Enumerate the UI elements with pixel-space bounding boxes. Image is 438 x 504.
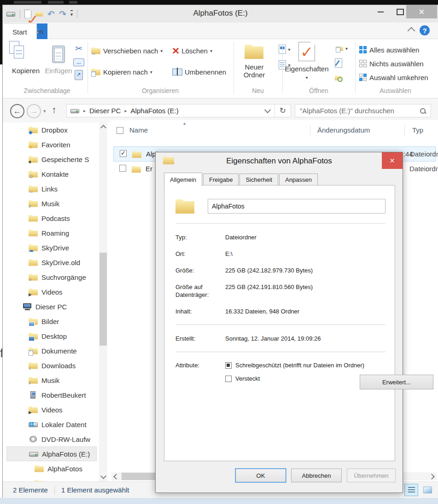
select-none-button[interactable]: Nichts auswählen	[359, 58, 424, 70]
sidebar-item[interactable]: Dokumente	[6, 343, 97, 358]
sidebar-scrollbar[interactable]	[99, 122, 107, 481]
select-all-checkbox[interactable]	[117, 127, 123, 134]
ok-button[interactable]: OK	[235, 469, 286, 482]
sidebar-item[interactable]: RobertBeukert	[6, 388, 97, 402]
scrollbar-thumb[interactable]	[99, 253, 107, 346]
property-label: Ort:	[175, 250, 225, 258]
edit-button[interactable]	[333, 58, 345, 69]
sidebar-item-label: SkyDrive	[41, 244, 69, 252]
paste-button[interactable]: Einfügen	[43, 41, 74, 85]
open-button[interactable]: ▾	[333, 43, 351, 54]
address-bar[interactable]: ▸ Dieser PC ▸ AlphaFotos (E:) ↻	[66, 104, 291, 117]
search-icon[interactable]	[420, 108, 426, 114]
properties-button[interactable]: Eigenschaften ▾	[285, 41, 329, 85]
sidebar-item[interactable]: Suchvorgänge	[6, 270, 97, 284]
move-to-button[interactable]: Verschieben nach ▾	[91, 45, 163, 57]
scroll-up-icon[interactable]	[100, 125, 106, 131]
cut-button[interactable]: ✂	[73, 43, 85, 54]
sidebar-item[interactable]: Links	[6, 181, 97, 196]
new-folder-button[interactable]: Neuer Ordner	[236, 41, 272, 85]
dialog-tab[interactable]: Sicherheit	[239, 174, 278, 185]
help-button[interactable]: ?	[420, 25, 430, 35]
advanced-button[interactable]: Erweitert...	[360, 375, 433, 389]
column-header-name[interactable]: Name	[129, 126, 148, 134]
file-type: Dateiordner	[409, 165, 438, 173]
sidebar-item[interactable]: SkyDrive.old	[6, 255, 97, 270]
copy-path-button[interactable]: …	[73, 57, 85, 68]
delete-button[interactable]: × Löschen ▾	[172, 45, 212, 57]
column-header-date[interactable]: Änderungsdatum	[317, 126, 370, 134]
group-label-organize: Organisieren	[91, 87, 229, 94]
titlebar[interactable]: ↶ ↷ ▾ AlphaFotos (E:) ×	[3, 5, 438, 23]
sidebar-item[interactable]: AlphaFotos	[6, 461, 97, 476]
breadcrumb-alphafotos[interactable]: AlphaFotos (E:)	[130, 107, 178, 115]
sidebar-item[interactable]: Dieser PC	[6, 299, 97, 314]
thumbnail-view-button[interactable]	[420, 484, 434, 496]
rename-button[interactable]: Umbenennen	[172, 66, 226, 78]
dialog-titlebar[interactable]: Eigenschaften von AlphaFotos ×	[156, 152, 403, 170]
sidebar-item-label: SkyDrive.old	[41, 259, 80, 266]
sidebar-item[interactable]: Podcasts	[6, 211, 97, 226]
sidebar-item[interactable]: Videos	[6, 402, 97, 417]
scroll-left-icon[interactable]	[113, 474, 119, 480]
sidebar-item[interactable]: Kontakte	[6, 167, 97, 181]
dialog-close-button[interactable]: ×	[382, 152, 403, 169]
sidebar-item[interactable]: Dropbox	[6, 122, 97, 137]
folder-name-input[interactable]	[208, 199, 385, 214]
apply-button[interactable]: Übernehmen	[347, 469, 396, 482]
sidebar-item[interactable]: Musik	[6, 196, 97, 211]
sidebar-item-icon	[29, 391, 38, 399]
minimize-button[interactable]	[371, 5, 390, 18]
dialog-tab[interactable]: Allgemein	[164, 173, 202, 186]
scroll-down-icon[interactable]	[100, 473, 106, 479]
rename-icon	[172, 69, 182, 75]
refresh-icon[interactable]: ↻	[275, 106, 291, 116]
sidebar-item[interactable]: Desktop	[6, 329, 97, 343]
readonly-checkbox[interactable]	[225, 362, 232, 369]
sidebar-item[interactable]: Gespeicherte S	[6, 152, 97, 167]
property-label: Typ:	[175, 233, 225, 241]
details-view-button[interactable]	[404, 484, 418, 496]
sidebar-item[interactable]	[6, 476, 97, 481]
sidebar-item[interactable]: Downloads	[6, 358, 97, 373]
forward-button[interactable]: →	[27, 104, 41, 118]
dialog-tab[interactable]: Freigabe	[203, 174, 239, 185]
properties-icon	[298, 42, 315, 61]
paste-shortcut-button[interactable]	[73, 70, 85, 81]
dialog-tab[interactable]: Anpassen	[279, 174, 318, 185]
sidebar-item[interactable]: SkyDrive	[6, 240, 97, 255]
history-button[interactable]	[333, 72, 345, 83]
column-divider[interactable]	[404, 125, 405, 137]
sidebar-item[interactable]: Musik	[6, 373, 97, 388]
collapse-ribbon-icon[interactable]	[408, 27, 415, 35]
row-checkbox[interactable]: ✓	[120, 150, 127, 157]
sidebar-item[interactable]: Bilder	[6, 314, 97, 329]
address-dropdown-icon[interactable]	[264, 107, 271, 113]
sidebar-item[interactable]: Lokaler Datent	[6, 417, 97, 432]
select-all-button[interactable]: Alles auswählen	[359, 44, 419, 56]
row-checkbox[interactable]	[119, 165, 126, 172]
sidebar-item[interactable]: Videos	[6, 284, 97, 299]
sidebar-item[interactable]: DVD-RW-Laufw	[6, 432, 97, 446]
search-input[interactable]: "AlphaFotos (E:)" durchsuchen	[295, 104, 431, 117]
up-icon[interactable]: ↑	[52, 104, 57, 116]
cancel-button[interactable]: Abbrechen	[291, 469, 342, 482]
sidebar-item[interactable]: Favoriten	[6, 137, 97, 152]
sidebar-item[interactable]: AlphaFotos (E:)	[6, 446, 97, 461]
hidden-checkbox[interactable]	[225, 376, 232, 382]
close-button[interactable]: ×	[406, 5, 437, 18]
sidebar-item-icon	[29, 362, 38, 370]
advanced-label: Erweitert...	[382, 379, 411, 386]
column-divider[interactable]	[310, 125, 310, 137]
copy-to-button[interactable]: Kopieren nach ▾	[91, 66, 152, 78]
copy-button[interactable]: Kopieren	[9, 41, 42, 85]
recent-locations-icon[interactable]: ▾	[43, 108, 46, 114]
sidebar-item-label: Videos	[41, 406, 63, 414]
column-header-type[interactable]: Typ	[412, 126, 423, 134]
breadcrumb-dieser-pc[interactable]: Dieser PC	[89, 107, 121, 115]
scroll-right-icon[interactable]	[429, 474, 435, 480]
invert-selection-button[interactable]: Auswahl umkehren	[359, 71, 428, 83]
sidebar-item[interactable]: Roaming	[6, 226, 97, 240]
back-button[interactable]: ←	[10, 104, 24, 118]
ribbon-tab[interactable]: Start	[3, 23, 37, 40]
